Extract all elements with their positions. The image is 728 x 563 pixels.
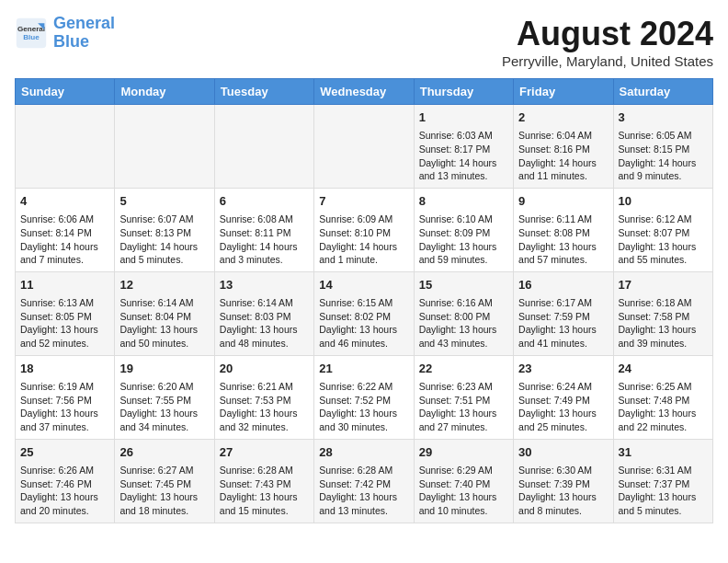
cell-content-line: Sunrise: 6:22 AM <box>319 380 408 394</box>
day-number: 6 <box>220 193 309 210</box>
cell-content-line: Sunrise: 6:19 AM <box>20 380 109 394</box>
cell-content-line: Sunrise: 6:28 AM <box>319 464 408 477</box>
cell-content-line: Sunrise: 6:09 AM <box>319 213 408 226</box>
calendar-cell: 27Sunrise: 6:28 AMSunset: 7:43 PMDayligh… <box>214 439 313 523</box>
cell-content-line: Daylight: 14 hours <box>518 156 608 170</box>
cell-content-line: Sunset: 8:00 PM <box>419 310 508 324</box>
cell-content-line: and 25 minutes. <box>518 420 608 434</box>
cell-content-line: Sunset: 8:09 PM <box>419 226 508 240</box>
calendar-cell: 15Sunrise: 6:16 AMSunset: 8:00 PMDayligh… <box>414 271 513 355</box>
title-area: August 2024 Perryville, Maryland, United… <box>502 15 713 69</box>
cell-content-line: Daylight: 13 hours <box>319 490 408 504</box>
day-number: 7 <box>319 193 408 210</box>
calendar-cell: 26Sunrise: 6:27 AMSunset: 7:45 PMDayligh… <box>115 439 214 523</box>
cell-content-line: and 10 minutes. <box>419 504 508 518</box>
calendar-cell: 20Sunrise: 6:21 AMSunset: 7:53 PMDayligh… <box>214 355 313 439</box>
cell-content-line: and 1 minute. <box>319 253 408 267</box>
cell-content-line: and 9 minutes. <box>619 169 708 183</box>
week-row-2: 4Sunrise: 6:06 AMSunset: 8:14 PMDaylight… <box>16 188 713 271</box>
cell-content-line: Daylight: 13 hours <box>319 323 408 337</box>
cell-content-line: and 13 minutes. <box>419 169 508 183</box>
cell-content-line: and 22 minutes. <box>619 420 708 434</box>
calendar-cell: 23Sunrise: 6:24 AMSunset: 7:49 PMDayligh… <box>514 355 613 439</box>
cell-content-line: Sunset: 8:15 PM <box>619 143 708 156</box>
cell-content-line: and 5 minutes. <box>119 253 209 267</box>
cell-content-line: Daylight: 13 hours <box>419 323 508 337</box>
cell-content-line: and 48 minutes. <box>220 337 309 350</box>
cell-content-line: Sunset: 8:04 PM <box>119 310 209 324</box>
calendar-cell: 29Sunrise: 6:29 AMSunset: 7:40 PMDayligh… <box>414 439 513 523</box>
month-title: August 2024 <box>502 15 713 53</box>
cell-content-line: Sunrise: 6:10 AM <box>419 213 508 226</box>
cell-content-line: Daylight: 13 hours <box>619 323 708 337</box>
cell-content-line: and 57 minutes. <box>518 253 608 267</box>
cell-content-line: Daylight: 13 hours <box>20 407 109 420</box>
cell-content-line: Daylight: 13 hours <box>20 323 109 337</box>
calendar-cell: 18Sunrise: 6:19 AMSunset: 7:56 PMDayligh… <box>16 355 115 439</box>
cell-content-line: and 52 minutes. <box>20 337 109 350</box>
cell-content-line: Sunrise: 6:11 AM <box>518 213 608 226</box>
cell-content-line: Daylight: 13 hours <box>619 407 708 420</box>
cell-content-line: Daylight: 13 hours <box>619 240 708 254</box>
cell-content-line: Sunrise: 6:26 AM <box>20 464 109 477</box>
cell-content-line: Daylight: 13 hours <box>119 407 209 420</box>
weekday-header-sunday: Sunday <box>16 79 115 105</box>
day-number: 21 <box>319 361 408 377</box>
calendar-cell: 25Sunrise: 6:26 AMSunset: 7:46 PMDayligh… <box>16 439 115 523</box>
cell-content-line: and 18 minutes. <box>119 504 209 518</box>
week-row-1: 1Sunrise: 6:03 AMSunset: 8:17 PMDaylight… <box>16 105 713 189</box>
day-number: 17 <box>619 277 708 293</box>
cell-content-line: and 32 minutes. <box>220 420 309 434</box>
cell-content-line: Daylight: 13 hours <box>220 323 309 337</box>
day-number: 31 <box>619 444 708 461</box>
cell-content-line: and 27 minutes. <box>419 420 508 434</box>
cell-content-line: Sunset: 8:14 PM <box>20 226 109 240</box>
logo: General Blue General Blue <box>15 15 115 52</box>
cell-content-line: and 46 minutes. <box>319 337 408 350</box>
cell-content-line: Sunset: 7:49 PM <box>518 394 608 408</box>
svg-text:Blue: Blue <box>23 33 40 41</box>
day-number: 29 <box>419 444 508 461</box>
cell-content-line: Daylight: 13 hours <box>419 240 508 254</box>
weekday-header-tuesday: Tuesday <box>214 79 313 105</box>
cell-content-line: Sunrise: 6:25 AM <box>619 380 708 394</box>
cell-content-line: Sunrise: 6:24 AM <box>518 380 608 394</box>
cell-content-line: Sunset: 7:58 PM <box>619 310 708 324</box>
cell-content-line: Sunset: 7:59 PM <box>518 310 608 324</box>
cell-content-line: Sunrise: 6:05 AM <box>619 129 708 143</box>
day-number: 27 <box>220 444 309 461</box>
week-row-5: 25Sunrise: 6:26 AMSunset: 7:46 PMDayligh… <box>16 439 713 523</box>
weekday-header-thursday: Thursday <box>414 79 513 105</box>
day-number: 12 <box>119 277 209 293</box>
cell-content-line: Sunrise: 6:30 AM <box>518 464 608 477</box>
calendar-cell: 6Sunrise: 6:08 AMSunset: 8:11 PMDaylight… <box>214 188 313 271</box>
weekday-header-monday: Monday <box>115 79 214 105</box>
cell-content-line: Daylight: 13 hours <box>419 490 508 504</box>
cell-content-line: Daylight: 13 hours <box>319 407 408 420</box>
cell-content-line: Sunset: 7:39 PM <box>518 477 608 491</box>
calendar-cell: 1Sunrise: 6:03 AMSunset: 8:17 PMDaylight… <box>414 105 513 189</box>
cell-content-line: Sunset: 8:17 PM <box>419 143 508 156</box>
cell-content-line: and 13 minutes. <box>319 504 408 518</box>
cell-content-line: Sunrise: 6:17 AM <box>518 296 608 310</box>
day-number: 20 <box>220 361 309 377</box>
day-number: 28 <box>319 444 408 461</box>
cell-content-line: Daylight: 13 hours <box>419 407 508 420</box>
calendar-cell: 4Sunrise: 6:06 AMSunset: 8:14 PMDaylight… <box>16 188 115 271</box>
calendar-cell: 28Sunrise: 6:28 AMSunset: 7:42 PMDayligh… <box>314 439 414 523</box>
cell-content-line: Sunset: 7:37 PM <box>619 477 708 491</box>
weekday-header-wednesday: Wednesday <box>314 79 414 105</box>
cell-content-line: Sunset: 8:03 PM <box>220 310 309 324</box>
calendar-cell: 22Sunrise: 6:23 AMSunset: 7:51 PMDayligh… <box>414 355 513 439</box>
cell-content-line: Sunset: 7:51 PM <box>419 394 508 408</box>
cell-content-line: Sunrise: 6:31 AM <box>619 464 708 477</box>
calendar-cell: 2Sunrise: 6:04 AMSunset: 8:16 PMDaylight… <box>514 105 613 189</box>
cell-content-line: Sunrise: 6:21 AM <box>220 380 309 394</box>
cell-content-line: and 11 minutes. <box>518 169 608 183</box>
cell-content-line: Sunrise: 6:06 AM <box>20 213 109 226</box>
cell-content-line: Sunset: 7:40 PM <box>419 477 508 491</box>
day-number: 13 <box>220 277 309 293</box>
cell-content-line: Daylight: 14 hours <box>20 240 109 254</box>
cell-content-line: Sunset: 7:53 PM <box>220 394 309 408</box>
weekday-header-row: SundayMondayTuesdayWednesdayThursdayFrid… <box>16 79 713 105</box>
